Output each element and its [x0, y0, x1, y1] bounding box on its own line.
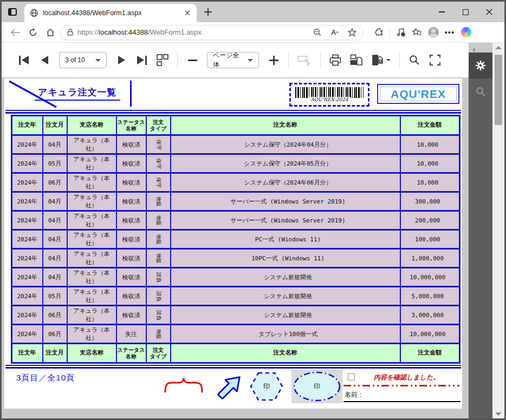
zoom-mode-value: ページ全体: [213, 51, 243, 69]
table-row: 2024年 06月 アキュラ（本社） 検収済 請負 システム新規開発 3,000…: [12, 306, 460, 325]
export-save-button[interactable]: [372, 53, 391, 67]
collections-icon[interactable]: [410, 25, 425, 40]
branch-name-cell: アキュラ（本社）: [67, 325, 116, 344]
print-button[interactable]: [329, 53, 341, 67]
table-body: 2024年 04月 アキュラ（本社） 検収済 保守 システム保守（2024年04…: [12, 135, 460, 344]
order-year-cell: 2024年: [12, 325, 43, 344]
table-row: 2024年 04月 アキュラ（本社） 検収済 物販 サーバー一式 (Window…: [12, 192, 460, 211]
new-tab-button[interactable]: [201, 5, 215, 19]
order-name-cell: システム保守（2024年04月分）: [171, 135, 400, 154]
parameters-gear-button[interactable]: [469, 52, 492, 78]
home-button[interactable]: [43, 25, 58, 40]
url-bar[interactable]: https://localhost:44388/WebForm1.aspx A⌁: [60, 25, 364, 40]
col-branch-name: 支店名称: [67, 344, 116, 363]
company-logo: AQU'REX: [377, 84, 459, 104]
back-button[interactable]: [8, 25, 23, 40]
order-year-cell: 2024年: [12, 230, 43, 249]
zoom-out-button[interactable]: [186, 53, 198, 67]
barcode-bars: [295, 87, 364, 98]
branch-name-cell: アキュラ（本社）: [67, 287, 116, 306]
col-status-name: ステータス名称: [116, 116, 146, 135]
lock-icon: [67, 29, 73, 36]
status-cell: 検収済: [116, 173, 146, 192]
order-type-cell: 物販: [146, 211, 171, 230]
order-type-cell: 請負: [146, 268, 171, 287]
toolbar-separator: [288, 51, 289, 69]
red-brace-shape: [164, 377, 204, 393]
order-month-cell: 06月: [43, 325, 67, 344]
page-selector-dropdown[interactable]: 3 of 10: [59, 52, 107, 68]
order-type-cell: 物販: [146, 192, 171, 211]
vertical-scrollbar[interactable]: [492, 43, 504, 419]
scroll-down-icon[interactable]: [495, 412, 502, 416]
order-month-cell: 05月: [43, 154, 67, 173]
status-cell: 検収済: [116, 230, 146, 249]
order-name-cell: 10PC一式 (Windows 11): [171, 249, 400, 268]
status-cell: 検収済: [116, 154, 146, 173]
favorite-star-icon[interactable]: [346, 26, 359, 39]
scroll-up-icon[interactable]: [495, 46, 502, 49]
order-amount-cell: 200,000: [400, 211, 460, 230]
close-button[interactable]: [477, 4, 501, 20]
barcode: AQU'REX-2024: [289, 83, 369, 107]
order-month-cell: 04月: [43, 230, 67, 249]
previous-page-button[interactable]: [38, 53, 50, 67]
branch-name-cell: アキュラ（本社）: [67, 173, 116, 192]
tab-actions-button[interactable]: [6, 5, 19, 18]
branch-name-cell: アキュラ（本社）: [67, 211, 116, 230]
order-amount-cell: 10,000,000: [400, 268, 460, 287]
multipage-view-button[interactable]: [157, 53, 168, 67]
logo-text: AQU'REX: [391, 88, 446, 101]
profile-avatar[interactable]: [426, 25, 441, 40]
col-status-name: ステータス名称: [116, 344, 146, 363]
browser-window: localhost:44388/WebForm1.aspx: [0, 0, 506, 420]
read-aloud-icon[interactable]: A⌁: [328, 26, 341, 39]
tab-bar: localhost:44388/WebForm1.aspx: [2, 2, 504, 22]
first-page-button[interactable]: [18, 53, 30, 67]
col-order-year: 注文年: [12, 344, 43, 363]
confirm-checkbox[interactable]: [348, 373, 355, 380]
divider: [390, 27, 390, 38]
order-month-cell: 04月: [43, 268, 67, 287]
browser-tab[interactable]: localhost:44388/WebForm1.aspx: [24, 4, 197, 22]
search-button[interactable]: [408, 53, 420, 67]
order-amount-cell: 100,000: [400, 230, 460, 249]
order-amount-cell: 10,000: [400, 173, 460, 192]
order-table: 注文年 注文月 支店名称 ステータス名称 注文タイプ 注文名称 注文金額 202…: [11, 115, 460, 364]
print-preview-button[interactable]: [350, 53, 363, 67]
order-year-cell: 2024年: [12, 306, 43, 325]
zoom-in-button[interactable]: [268, 53, 280, 67]
report-viewer: 3 of 10 ページ全体: [2, 43, 504, 419]
toolbar-separator: [399, 51, 400, 69]
branch-name-cell: アキュラ（本社）: [67, 249, 116, 268]
order-name-cell: サーバー一式 (Windows Server 2019): [171, 211, 400, 230]
last-page-button[interactable]: [136, 53, 148, 67]
next-page-button[interactable]: [115, 53, 127, 67]
chevron-down-icon: [386, 59, 391, 63]
settings-menu-icon[interactable]: •••: [442, 25, 457, 40]
extensions-icon[interactable]: [371, 25, 386, 40]
refresh-button[interactable]: [25, 25, 41, 40]
chrome-right-icons: •••: [371, 25, 473, 40]
table-row: 2024年 04月 アキュラ（本社） 検収済 請負 システム新規開発 10,00…: [12, 268, 460, 287]
page-background: アキュラ注文一覧 AQU'REX-2024 AQU'REX: [2, 77, 469, 419]
maximize-button[interactable]: [453, 4, 477, 20]
fullscreen-button[interactable]: [429, 53, 441, 67]
order-name-cell: タブレット100個一式: [171, 325, 400, 344]
tab-title: localhost:44388/WebForm1.aspx: [43, 9, 178, 17]
order-name-cell: サーバー一式 (Windows Server 2019): [171, 192, 400, 211]
panel-search-button[interactable]: [469, 78, 492, 104]
order-amount-cell: 10,000,000: [400, 325, 460, 344]
media-controls-icon[interactable]: [393, 25, 408, 40]
zoom-out-page-icon[interactable]: [311, 26, 324, 39]
refresh-icon: [29, 28, 37, 37]
minimize-icon: [439, 11, 445, 12]
copilot-icon[interactable]: [458, 25, 473, 40]
scrollbar-thumb[interactable]: [495, 55, 502, 125]
pan-select-button[interactable]: [297, 53, 312, 67]
tab-close-icon[interactable]: [183, 8, 192, 18]
table-row: 2024年 05月 アキュラ（本社） 検収済 請負 システム新規開発 5,000…: [12, 287, 460, 306]
minimize-button[interactable]: [430, 4, 453, 20]
toolbar-separator: [320, 51, 321, 69]
zoom-mode-dropdown[interactable]: ページ全体: [207, 52, 259, 68]
